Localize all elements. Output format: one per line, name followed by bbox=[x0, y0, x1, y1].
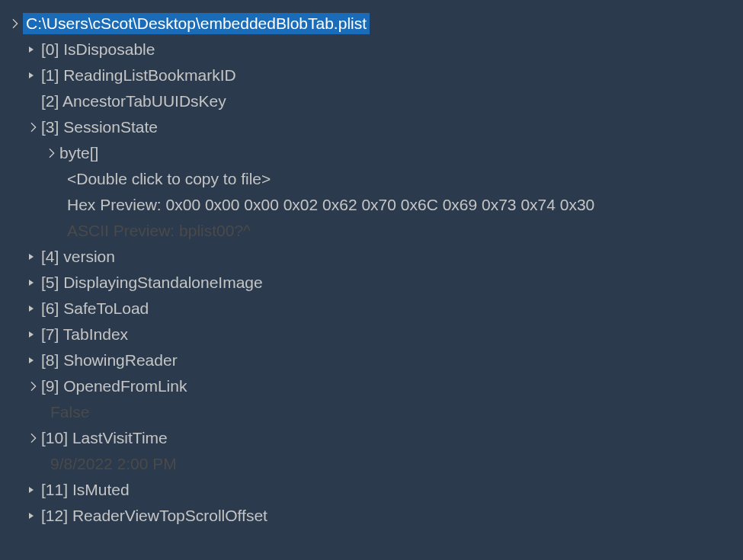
value-row[interactable]: 9/8/2022 2:00 PM bbox=[8, 451, 743, 477]
chevron-down-icon[interactable] bbox=[44, 148, 55, 158]
ascii-preview-label: ASCII Preview: bbox=[67, 222, 175, 239]
tree-item[interactable]: [9] OpenedFromLink bbox=[8, 373, 743, 399]
tree-item[interactable]: [0] IsDisposable bbox=[8, 37, 743, 62]
chevron-right-icon[interactable] bbox=[26, 303, 37, 314]
tree-item[interactable]: [8] ShowingReader bbox=[8, 347, 743, 373]
tree-item[interactable]: [3] SessionState bbox=[8, 114, 743, 140]
item-index: [2] bbox=[41, 92, 59, 110]
tree-item[interactable]: [10] LastVisitTime bbox=[8, 425, 743, 451]
value-row[interactable]: False bbox=[8, 399, 743, 425]
item-key: DisplayingStandaloneImage bbox=[63, 274, 263, 291]
byte-array-node[interactable]: byte[] bbox=[8, 140, 743, 166]
chevron-right-icon[interactable] bbox=[26, 70, 37, 81]
chevron-down-icon[interactable] bbox=[26, 122, 37, 133]
chevron-right-icon[interactable] bbox=[26, 510, 37, 521]
item-index: [4] bbox=[41, 248, 59, 265]
item-index: [12] bbox=[41, 507, 68, 524]
lastvisittime-value: 9/8/2022 2:00 PM bbox=[50, 455, 177, 473]
item-key: OpenedFromLink bbox=[63, 377, 187, 395]
copy-hint: <Double click to copy to file> bbox=[67, 170, 271, 188]
item-index: [10] bbox=[41, 429, 68, 446]
item-index: [0] bbox=[41, 40, 59, 58]
item-index: [5] bbox=[41, 274, 59, 291]
item-index: [1] bbox=[41, 66, 59, 84]
tree-item[interactable]: [4] version bbox=[8, 244, 743, 270]
hex-preview-label: Hex Preview: bbox=[67, 196, 162, 213]
tree-item[interactable]: [11] IsMuted bbox=[8, 477, 743, 503]
chevron-down-icon[interactable] bbox=[8, 18, 18, 29]
tree-root: C:\Users\cScot\Desktop\embeddedBlobTab.p… bbox=[0, 11, 743, 529]
chevron-right-icon[interactable] bbox=[26, 277, 37, 288]
root-node[interactable]: C:\Users\cScot\Desktop\embeddedBlobTab.p… bbox=[8, 11, 743, 37]
ascii-preview-row[interactable]: ASCII Preview: bplist00?^ bbox=[8, 218, 743, 244]
chevron-right-icon[interactable] bbox=[26, 44, 37, 55]
chevron-right-icon[interactable] bbox=[26, 251, 37, 262]
chevron-right-icon[interactable] bbox=[26, 329, 37, 340]
item-key: ReadingListBookmarkID bbox=[63, 66, 235, 84]
chevron-down-icon[interactable] bbox=[26, 433, 37, 443]
ascii-preview-value: bplist00?^ bbox=[179, 222, 251, 239]
item-key: LastVisitTime bbox=[72, 429, 168, 446]
tree-item[interactable]: [2] AncestorTabUUIDsKey bbox=[8, 88, 743, 114]
tree-item[interactable]: [7] TabIndex bbox=[8, 322, 743, 347]
openedfromlink-value: False bbox=[50, 403, 89, 421]
item-index: [3] bbox=[41, 118, 59, 136]
tree-item[interactable]: [6] SafeToLoad bbox=[8, 296, 743, 322]
item-key: TabIndex bbox=[63, 325, 128, 343]
item-key: ReaderViewTopScrollOffset bbox=[72, 507, 267, 524]
hex-preview-row[interactable]: Hex Preview: 0x00 0x00 0x00 0x02 0x62 0x… bbox=[8, 192, 743, 218]
tree-item[interactable]: [5] DisplayingStandaloneImage bbox=[8, 270, 743, 296]
item-key: SessionState bbox=[63, 118, 158, 136]
chevron-down-icon[interactable] bbox=[26, 381, 37, 392]
chevron-right-icon[interactable] bbox=[26, 355, 37, 366]
item-index: [8] bbox=[41, 351, 59, 369]
item-key: IsDisposable bbox=[63, 40, 155, 58]
item-key: version bbox=[63, 248, 115, 265]
item-key: ShowingReader bbox=[63, 351, 177, 369]
tree-item[interactable]: [12] ReaderViewTopScrollOffset bbox=[8, 503, 743, 529]
hex-preview-value: 0x00 0x00 0x00 0x02 0x62 0x70 0x6C 0x69 … bbox=[166, 196, 595, 213]
chevron-right-icon[interactable] bbox=[26, 485, 37, 495]
item-index: [6] bbox=[41, 299, 59, 317]
byte-label: byte[] bbox=[59, 144, 98, 162]
tree-item[interactable]: [1] ReadingListBookmarkID bbox=[8, 62, 743, 88]
item-key: SafeToLoad bbox=[63, 299, 149, 317]
item-key: IsMuted bbox=[72, 481, 130, 498]
item-index: [7] bbox=[41, 325, 59, 343]
item-index: [11] bbox=[41, 481, 68, 498]
item-key: AncestorTabUUIDsKey bbox=[62, 92, 226, 110]
copy-hint-row[interactable]: <Double click to copy to file> bbox=[8, 166, 743, 192]
item-index: [9] bbox=[41, 377, 59, 395]
root-path: C:\Users\cScot\Desktop\embeddedBlobTab.p… bbox=[23, 13, 370, 34]
